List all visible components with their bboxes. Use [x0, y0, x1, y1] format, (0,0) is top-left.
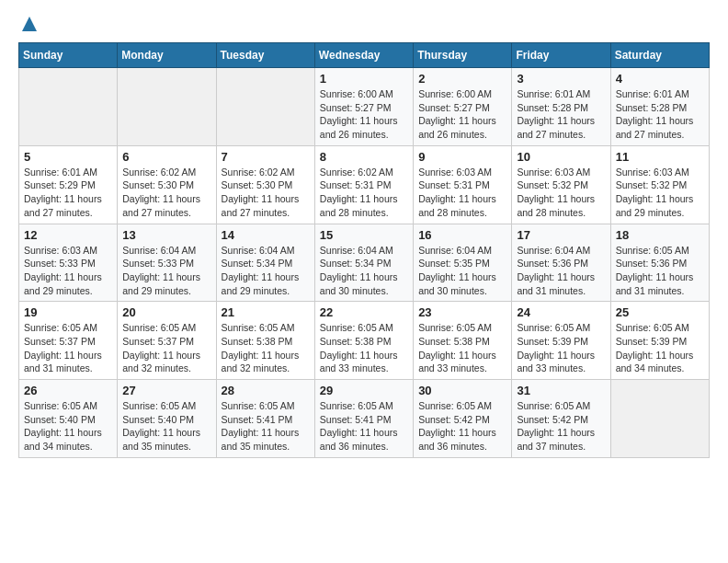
calendar-cell: 15Sunrise: 6:04 AMSunset: 5:34 PMDayligh…: [314, 224, 413, 302]
calendar-cell: 16Sunrise: 6:04 AMSunset: 5:35 PMDayligh…: [414, 224, 512, 302]
calendar: SundayMondayTuesdayWednesdayThursdayFrid…: [18, 42, 710, 458]
calendar-cell: [118, 68, 216, 146]
day-number: 17: [517, 228, 605, 242]
day-number: 28: [222, 384, 310, 397]
calendar-cell: 14Sunrise: 6:04 AMSunset: 5:34 PMDayligh…: [216, 224, 314, 302]
day-number: 11: [616, 150, 704, 164]
col-header-sunday: Sunday: [19, 43, 118, 68]
calendar-cell: 2Sunrise: 6:00 AMSunset: 5:27 PMDaylight…: [414, 68, 512, 146]
day-number: 31: [517, 384, 605, 397]
day-info: Sunrise: 6:04 AMSunset: 5:33 PMDaylight:…: [122, 244, 210, 298]
calendar-cell: [19, 68, 118, 146]
day-number: 9: [418, 150, 506, 164]
calendar-cell: 30Sunrise: 6:05 AMSunset: 5:42 PMDayligh…: [414, 380, 512, 458]
day-number: 30: [418, 384, 506, 397]
day-info: Sunrise: 6:03 AMSunset: 5:32 PMDaylight:…: [517, 166, 605, 220]
day-info: Sunrise: 6:02 AMSunset: 5:31 PMDaylight:…: [320, 166, 408, 220]
day-info: Sunrise: 6:05 AMSunset: 5:42 PMDaylight:…: [517, 399, 605, 454]
day-number: 6: [122, 150, 210, 164]
calendar-cell: 4Sunrise: 6:01 AMSunset: 5:28 PMDaylight…: [610, 68, 709, 146]
day-number: 18: [616, 228, 704, 242]
day-info: Sunrise: 6:04 AMSunset: 5:34 PMDaylight:…: [320, 244, 408, 298]
calendar-cell: 6Sunrise: 6:02 AMSunset: 5:30 PMDaylight…: [118, 145, 216, 224]
header-row: SundayMondayTuesdayWednesdayThursdayFrid…: [19, 43, 710, 68]
calendar-cell: 18Sunrise: 6:05 AMSunset: 5:36 PMDayligh…: [610, 224, 709, 302]
day-info: Sunrise: 6:04 AMSunset: 5:35 PMDaylight:…: [418, 244, 506, 298]
calendar-cell: 13Sunrise: 6:04 AMSunset: 5:33 PMDayligh…: [118, 224, 216, 302]
day-number: 24: [517, 305, 605, 319]
calendar-cell: 5Sunrise: 6:01 AMSunset: 5:29 PMDaylight…: [19, 145, 118, 224]
day-info: Sunrise: 6:05 AMSunset: 5:37 PMDaylight:…: [24, 321, 112, 375]
day-info: Sunrise: 6:05 AMSunset: 5:40 PMDaylight:…: [24, 399, 112, 454]
day-info: Sunrise: 6:01 AMSunset: 5:28 PMDaylight:…: [517, 87, 605, 142]
day-number: 23: [418, 305, 506, 319]
day-info: Sunrise: 6:01 AMSunset: 5:28 PMDaylight:…: [616, 87, 704, 142]
day-number: 4: [616, 72, 704, 86]
day-info: Sunrise: 6:05 AMSunset: 5:37 PMDaylight:…: [122, 321, 210, 375]
day-info: Sunrise: 6:03 AMSunset: 5:31 PMDaylight:…: [418, 166, 506, 220]
day-info: Sunrise: 6:05 AMSunset: 5:41 PMDaylight:…: [222, 399, 310, 454]
day-number: 21: [222, 305, 310, 319]
day-info: Sunrise: 6:04 AMSunset: 5:36 PMDaylight:…: [517, 244, 605, 298]
day-number: 2: [418, 72, 506, 86]
day-info: Sunrise: 6:05 AMSunset: 5:42 PMDaylight:…: [418, 399, 506, 454]
calendar-cell: 1Sunrise: 6:00 AMSunset: 5:27 PMDaylight…: [314, 68, 413, 146]
calendar-cell: 17Sunrise: 6:04 AMSunset: 5:36 PMDayligh…: [512, 224, 610, 302]
day-info: Sunrise: 6:05 AMSunset: 5:38 PMDaylight:…: [418, 321, 506, 375]
day-number: 27: [122, 384, 210, 397]
col-header-thursday: Thursday: [414, 43, 512, 68]
calendar-cell: 3Sunrise: 6:01 AMSunset: 5:28 PMDaylight…: [512, 68, 610, 146]
week-row-4: 19Sunrise: 6:05 AMSunset: 5:37 PMDayligh…: [19, 302, 710, 380]
calendar-cell: 28Sunrise: 6:05 AMSunset: 5:41 PMDayligh…: [216, 380, 314, 458]
calendar-cell: 31Sunrise: 6:05 AMSunset: 5:42 PMDayligh…: [512, 380, 610, 458]
day-number: 1: [320, 72, 408, 86]
col-header-friday: Friday: [512, 43, 610, 68]
calendar-cell: 22Sunrise: 6:05 AMSunset: 5:38 PMDayligh…: [314, 302, 413, 380]
page: SundayMondayTuesdayWednesdayThursdayFrid…: [0, 0, 728, 467]
calendar-cell: 20Sunrise: 6:05 AMSunset: 5:37 PMDayligh…: [118, 302, 216, 380]
day-info: Sunrise: 6:05 AMSunset: 5:36 PMDaylight:…: [616, 244, 704, 298]
week-row-1: 1Sunrise: 6:00 AMSunset: 5:27 PMDaylight…: [19, 68, 710, 146]
week-row-2: 5Sunrise: 6:01 AMSunset: 5:29 PMDaylight…: [19, 145, 710, 224]
day-info: Sunrise: 6:05 AMSunset: 5:38 PMDaylight:…: [320, 321, 408, 375]
day-info: Sunrise: 6:03 AMSunset: 5:32 PMDaylight:…: [616, 166, 704, 220]
logo-icon: [20, 15, 39, 33]
col-header-monday: Monday: [118, 43, 216, 68]
day-number: 13: [122, 228, 210, 242]
calendar-cell: 19Sunrise: 6:05 AMSunset: 5:37 PMDayligh…: [19, 302, 118, 380]
day-number: 16: [418, 228, 506, 242]
week-row-5: 26Sunrise: 6:05 AMSunset: 5:40 PMDayligh…: [19, 380, 710, 458]
calendar-cell: 27Sunrise: 6:05 AMSunset: 5:40 PMDayligh…: [118, 380, 216, 458]
col-header-saturday: Saturday: [610, 43, 709, 68]
day-info: Sunrise: 6:05 AMSunset: 5:40 PMDaylight:…: [122, 399, 210, 454]
day-info: Sunrise: 6:05 AMSunset: 5:41 PMDaylight:…: [320, 399, 408, 454]
day-info: Sunrise: 6:00 AMSunset: 5:27 PMDaylight:…: [418, 87, 506, 142]
calendar-cell: 24Sunrise: 6:05 AMSunset: 5:39 PMDayligh…: [512, 302, 610, 380]
calendar-cell: 11Sunrise: 6:03 AMSunset: 5:32 PMDayligh…: [610, 145, 709, 224]
logo-text: [18, 18, 39, 33]
calendar-cell: [610, 380, 709, 458]
day-info: Sunrise: 6:04 AMSunset: 5:34 PMDaylight:…: [222, 244, 310, 298]
svg-marker-0: [22, 17, 37, 31]
day-number: 26: [24, 384, 112, 397]
week-row-3: 12Sunrise: 6:03 AMSunset: 5:33 PMDayligh…: [19, 224, 710, 302]
calendar-cell: 21Sunrise: 6:05 AMSunset: 5:38 PMDayligh…: [216, 302, 314, 380]
calendar-cell: [216, 68, 314, 146]
day-info: Sunrise: 6:02 AMSunset: 5:30 PMDaylight:…: [122, 166, 210, 220]
day-info: Sunrise: 6:02 AMSunset: 5:30 PMDaylight:…: [222, 166, 310, 220]
day-number: 25: [616, 305, 704, 319]
logo: [18, 18, 39, 33]
calendar-cell: 26Sunrise: 6:05 AMSunset: 5:40 PMDayligh…: [19, 380, 118, 458]
day-info: Sunrise: 6:03 AMSunset: 5:33 PMDaylight:…: [24, 244, 112, 298]
header: [18, 18, 710, 33]
day-number: 29: [320, 384, 408, 397]
day-number: 7: [222, 150, 310, 164]
calendar-cell: 23Sunrise: 6:05 AMSunset: 5:38 PMDayligh…: [414, 302, 512, 380]
calendar-cell: 25Sunrise: 6:05 AMSunset: 5:39 PMDayligh…: [610, 302, 709, 380]
day-info: Sunrise: 6:01 AMSunset: 5:29 PMDaylight:…: [24, 166, 112, 220]
day-number: 8: [320, 150, 408, 164]
day-info: Sunrise: 6:05 AMSunset: 5:39 PMDaylight:…: [517, 321, 605, 375]
day-number: 20: [122, 305, 210, 319]
day-number: 14: [222, 228, 310, 242]
day-info: Sunrise: 6:05 AMSunset: 5:38 PMDaylight:…: [222, 321, 310, 375]
